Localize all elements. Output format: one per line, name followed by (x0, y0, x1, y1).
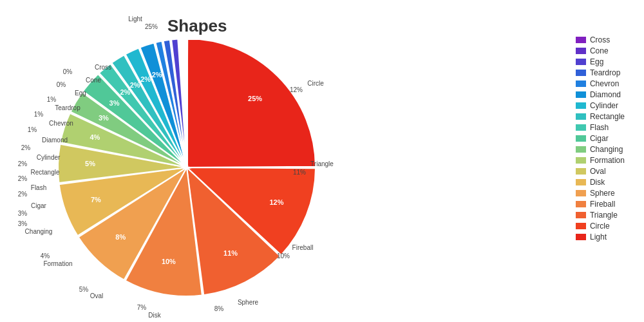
legend-swatch (576, 135, 586, 142)
chart-title: Shapes (167, 16, 227, 36)
legend-label: Sphere (590, 189, 615, 198)
legend-item: Cigar (576, 134, 625, 143)
legend-swatch (576, 59, 586, 65)
legend-label: Disk (590, 178, 605, 187)
legend-label: Cross (590, 35, 610, 44)
legend-label: Rectangle (590, 112, 625, 121)
legend-label: Circle (590, 222, 610, 231)
legend-item: Sphere (576, 189, 625, 198)
legend-label: Fireball (590, 200, 615, 209)
legend-swatch (576, 234, 586, 240)
legend-item: Fireball (576, 200, 625, 209)
legend-item: Chevron (576, 79, 625, 88)
legend-label: Oval (590, 167, 606, 176)
legend-label: Diamond (590, 90, 621, 99)
legend-item: Cross (576, 35, 625, 44)
legend-swatch (576, 37, 586, 43)
legend-item: Disk (576, 178, 625, 187)
legend-label: Cone (590, 46, 609, 55)
legend: CrossConeEggTeardropChevronDiamondCylind… (576, 35, 625, 242)
legend-swatch (576, 48, 586, 54)
legend-item: Formation (576, 156, 625, 165)
legend-label: Cylinder (590, 101, 618, 110)
legend-swatch (576, 190, 586, 196)
legend-swatch (576, 124, 586, 131)
legend-swatch (576, 146, 586, 153)
legend-label: Light (590, 232, 607, 242)
legend-item: Circle (576, 222, 625, 231)
legend-label: Flash (590, 123, 609, 132)
legend-item: Diamond (576, 90, 625, 99)
legend-swatch (576, 80, 586, 87)
legend-label: Chevron (590, 79, 619, 88)
legend-swatch (576, 201, 586, 207)
legend-swatch (576, 179, 586, 185)
legend-label: Formation (590, 156, 625, 165)
legend-item: Light (576, 232, 625, 242)
legend-item: Flash (576, 123, 625, 132)
legend-item: Triangle (576, 211, 625, 220)
legend-item: Cylinder (576, 101, 625, 110)
legend-swatch (576, 157, 586, 164)
legend-swatch (576, 113, 586, 120)
legend-label: Triangle (590, 211, 618, 220)
legend-label: Cigar (590, 134, 609, 143)
legend-swatch (576, 212, 586, 218)
legend-item: Rectangle (576, 112, 625, 121)
legend-swatch (576, 91, 586, 98)
chart-container: Shapes CrossConeEggTeardropChevronDiamon… (0, 0, 644, 322)
legend-swatch (576, 223, 586, 229)
legend-label: Changing (590, 145, 623, 154)
legend-swatch (576, 70, 586, 76)
legend-label: Egg (590, 57, 603, 66)
legend-label: Teardrop (590, 68, 620, 77)
pie-chart (0, 0, 644, 322)
legend-item: Teardrop (576, 68, 625, 77)
legend-swatch (576, 102, 586, 109)
legend-swatch (576, 168, 586, 175)
legend-item: Egg (576, 57, 625, 66)
legend-item: Changing (576, 145, 625, 154)
legend-item: Oval (576, 167, 625, 176)
legend-item: Cone (576, 46, 625, 55)
